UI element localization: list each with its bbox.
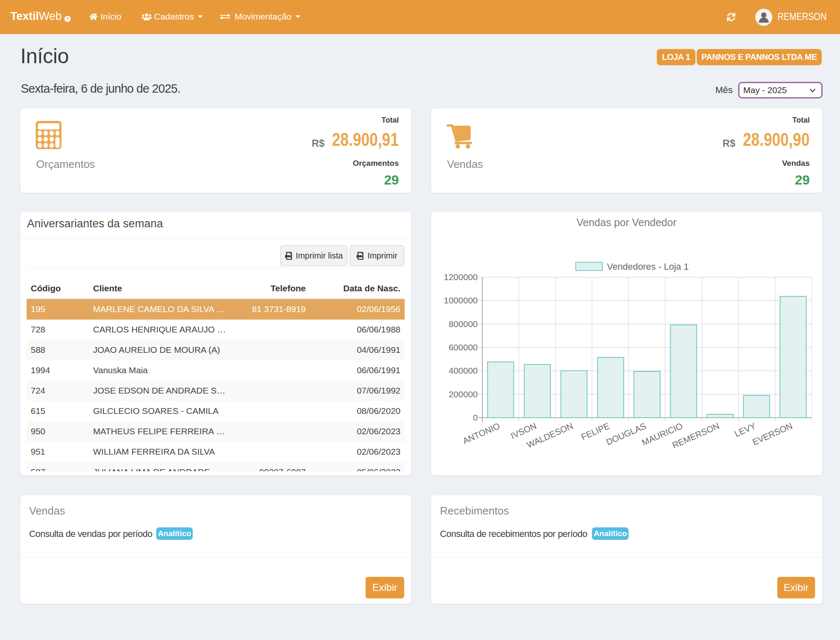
svg-text:DOUGLAS: DOUGLAS: [604, 421, 647, 447]
svg-text:200000: 200000: [449, 389, 478, 399]
svg-text:Vendedores - Loja 1: Vendedores - Loja 1: [607, 261, 689, 272]
svg-text:0: 0: [473, 413, 478, 422]
svg-text:800000: 800000: [449, 319, 478, 329]
svg-text:600000: 600000: [449, 342, 478, 352]
svg-text:ANTONIO: ANTONIO: [461, 421, 501, 446]
svg-text:Vendas por Vendedor: Vendas por Vendedor: [577, 217, 676, 228]
svg-text:1000000: 1000000: [444, 295, 478, 305]
svg-text:LEVY: LEVY: [733, 421, 757, 439]
svg-text:EVERSON: EVERSON: [751, 421, 793, 447]
svg-text:?: ?: [66, 16, 69, 22]
svg-text:400000: 400000: [449, 366, 478, 375]
svg-text:1200000: 1200000: [444, 272, 478, 282]
